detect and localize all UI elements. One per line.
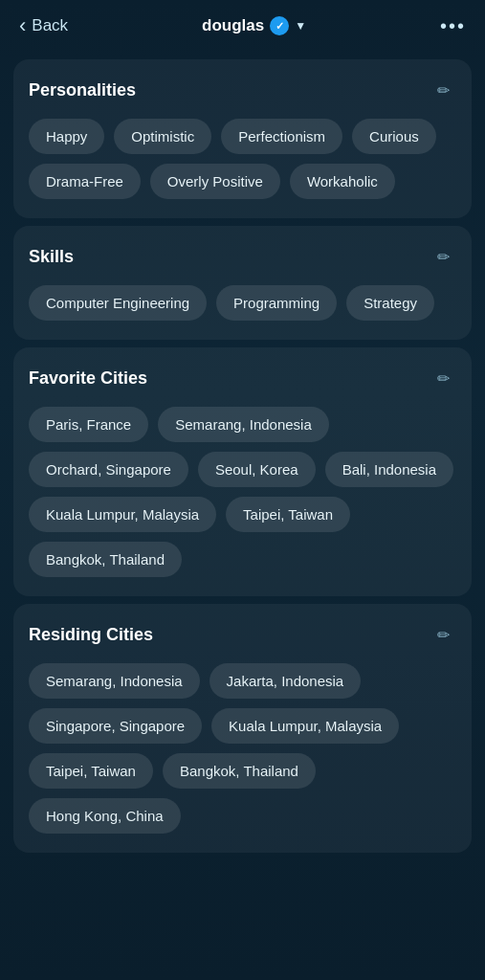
section-skills: SkillsComputer EngineeringProgrammingStr… xyxy=(13,226,472,340)
tag-item[interactable]: Semarang, Indonesia xyxy=(29,663,200,699)
tag-item[interactable]: Paris, France xyxy=(29,407,148,442)
back-label: Back xyxy=(32,16,68,35)
edit-button-residing-cities[interactable] xyxy=(430,621,456,648)
section-personalities: PersonalitiesHappyOptimisticPerfectionis… xyxy=(13,59,472,218)
tag-item[interactable]: Happy xyxy=(29,119,104,154)
tag-item[interactable]: Bangkok, Thailand xyxy=(29,542,182,577)
tag-item[interactable]: Bali, Indonesia xyxy=(325,452,453,487)
tags-favorite-cities: Paris, FranceSemarang, IndonesiaOrchard,… xyxy=(29,407,456,577)
tag-item[interactable]: Curious xyxy=(352,119,436,154)
section-header-personalities: Personalities xyxy=(29,77,456,103)
tag-item[interactable]: Bangkok, Thailand xyxy=(163,753,316,789)
tag-item[interactable]: Seoul, Korea xyxy=(198,452,316,487)
edit-button-favorite-cities[interactable] xyxy=(430,365,456,391)
header-center: douglas ✓ ▼ xyxy=(202,16,306,35)
back-button[interactable]: Back xyxy=(19,13,68,38)
section-title-skills: Skills xyxy=(29,247,74,267)
section-header-favorite-cities: Favorite Cities xyxy=(29,365,456,391)
tags-skills: Computer EngineeringProgrammingStrategy xyxy=(29,285,456,321)
tag-item[interactable]: Workaholic xyxy=(290,164,395,199)
tag-item[interactable]: Optimistic xyxy=(114,119,211,154)
section-title-personalities: Personalities xyxy=(29,80,136,100)
tags-personalities: HappyOptimisticPerfectionismCuriousDrama… xyxy=(29,119,456,199)
tag-item[interactable]: Singapore, Singapore xyxy=(29,708,202,744)
section-title-favorite-cities: Favorite Cities xyxy=(29,368,147,389)
tag-item[interactable]: Kuala Lumpur, Malaysia xyxy=(29,497,216,532)
more-button[interactable]: ••• xyxy=(440,15,466,37)
tag-item[interactable]: Overly Positive xyxy=(150,164,280,199)
section-header-residing-cities: Residing Cities xyxy=(29,621,456,648)
tag-item[interactable]: Hong Kong, China xyxy=(29,798,181,834)
edit-button-personalities[interactable] xyxy=(430,77,456,103)
header: Back douglas ✓ ▼ ••• xyxy=(0,0,485,52)
tag-item[interactable]: Strategy xyxy=(346,285,434,321)
section-header-skills: Skills xyxy=(29,243,456,270)
edit-pen-icon xyxy=(437,248,450,266)
tag-item[interactable]: Perfectionism xyxy=(221,119,342,154)
edit-button-skills[interactable] xyxy=(430,243,456,270)
tag-item[interactable]: Semarang, Indonesia xyxy=(158,407,329,442)
section-residing-cities: Residing CitiesSemarang, IndonesiaJakart… xyxy=(13,604,472,853)
sections-container: PersonalitiesHappyOptimisticPerfectionis… xyxy=(0,59,485,853)
tag-item[interactable]: Programming xyxy=(216,285,337,321)
edit-pen-icon xyxy=(437,626,450,644)
tags-residing-cities: Semarang, IndonesiaJakarta, IndonesiaSin… xyxy=(29,663,456,834)
tag-item[interactable]: Kuala Lumpur, Malaysia xyxy=(211,708,399,744)
verified-badge-icon: ✓ xyxy=(270,16,289,35)
tag-item[interactable]: Taipei, Taiwan xyxy=(226,497,350,532)
section-title-residing-cities: Residing Cities xyxy=(29,625,153,645)
section-favorite-cities: Favorite CitiesParis, FranceSemarang, In… xyxy=(13,347,472,596)
tag-item[interactable]: Orchard, Singapore xyxy=(29,452,188,487)
username: douglas xyxy=(202,16,264,35)
edit-pen-icon xyxy=(437,81,450,100)
tag-item[interactable]: Jakarta, Indonesia xyxy=(209,663,362,699)
tag-item[interactable]: Taipei, Taiwan xyxy=(29,753,153,789)
dropdown-arrow-icon[interactable]: ▼ xyxy=(295,19,306,33)
tag-item[interactable]: Drama-Free xyxy=(29,164,141,199)
edit-pen-icon xyxy=(437,369,450,388)
back-chevron-icon xyxy=(19,13,26,38)
tag-item[interactable]: Computer Engineering xyxy=(29,285,207,321)
